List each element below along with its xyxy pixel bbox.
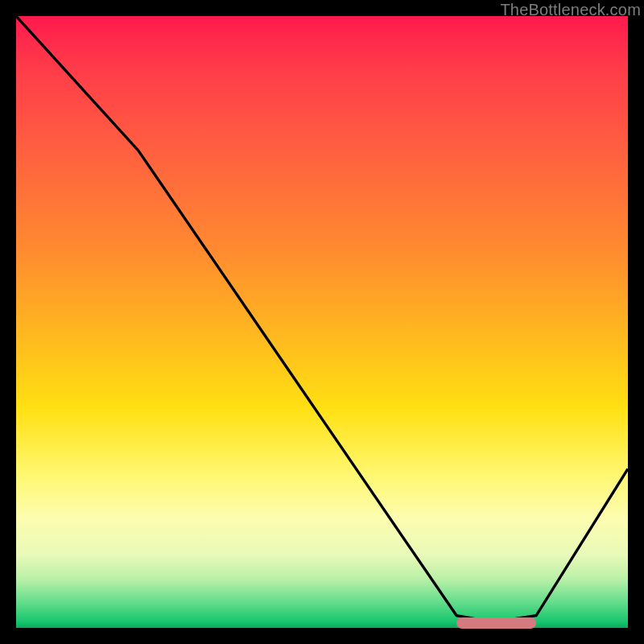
chart-frame [16,16,628,628]
plot-area [16,16,628,628]
curve-svg [16,16,628,628]
bottleneck-curve [16,16,628,621]
optimal-range-marker [456,617,536,629]
